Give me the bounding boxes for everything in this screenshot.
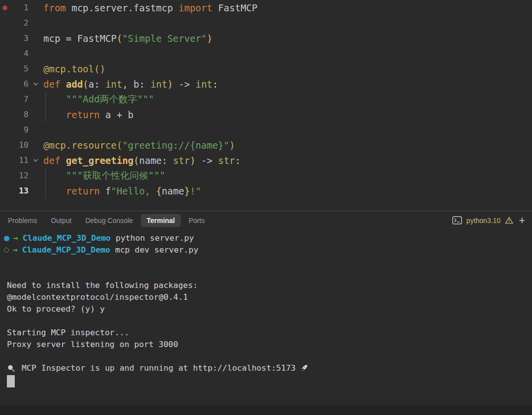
code-token: name — [162, 186, 184, 196]
bottom-panel: ProblemsOutputDebug ConsoleTerminalPorts… — [0, 211, 532, 415]
code-token: ) — [167, 79, 173, 90]
breakpoint-dot[interactable] — [2, 5, 7, 10]
code-token: mcp.server.fastmcp — [71, 2, 178, 13]
code-token: !" — [190, 186, 201, 196]
fold-chevron-icon[interactable] — [29, 82, 42, 86]
code-token: FastMCP — [218, 2, 258, 13]
terminal-output-row: Starting MCP inspector... — [0, 327, 532, 339]
code-token: -> — [196, 155, 218, 166]
code-text: from mcp.server.fastmcp import FastMCP — [42, 2, 258, 13]
code-token: name: — [139, 155, 173, 166]
code-token: @mcp.resource( — [43, 140, 122, 151]
terminal-output-row: @modelcontextprotocol/inspector@0.4.1 — [0, 291, 532, 303]
new-terminal-plus-icon[interactable]: + — [519, 217, 525, 224]
panel-tab-bar: ProblemsOutputDebug ConsoleTerminalPorts… — [0, 211, 532, 229]
code-token: mcp = FastMCP — [43, 33, 117, 44]
terminal-command-row: →Claude_MCP_3D_Demomcp dev server.py — [0, 244, 532, 256]
tab-debug-console[interactable]: Debug Console — [79, 214, 139, 227]
prompt-arrow: → — [13, 244, 18, 256]
tab-ports[interactable]: Ports — [183, 214, 211, 227]
line-number[interactable]: 5 — [11, 64, 29, 73]
interpreter-label[interactable]: python3.10 — [466, 217, 500, 224]
code-line[interactable]: 8 return a + b — [0, 107, 532, 122]
terminal-output: →Claude_MCP_3D_Demopython server.py→Clau… — [0, 229, 532, 415]
code-editor[interactable]: 1from mcp.server.fastmcp import FastMCP2… — [0, 0, 532, 211]
terminal-blank-row — [0, 351, 532, 362]
line-number[interactable]: 11 — [11, 156, 29, 165]
code-line[interactable]: 2 — [0, 15, 532, 31]
code-token: ( — [133, 155, 139, 166]
code-token: from — [43, 2, 71, 13]
line-number[interactable]: 9 — [11, 125, 29, 134]
code-token — [43, 186, 66, 196]
line-number[interactable]: 2 — [11, 18, 29, 28]
code-line[interactable]: 1from mcp.server.fastmcp import FastMCP — [0, 0, 532, 15]
line-number[interactable]: 8 — [11, 110, 29, 119]
line-number[interactable]: 4 — [11, 49, 29, 58]
panel-tabs: ProblemsOutputDebug ConsoleTerminalPorts — [2, 214, 213, 227]
fold-chevron-icon[interactable] — [29, 159, 42, 162]
line-number[interactable]: 12 — [11, 171, 29, 180]
terminal-output-row: Need to install the following packages: — [0, 280, 532, 291]
code-text: def add(a: int, b: int) -> int: — [42, 79, 218, 90]
code-token: ( — [117, 33, 122, 44]
line-number[interactable]: 7 — [11, 95, 29, 104]
terminal-blank-row — [0, 268, 532, 280]
code-text: def get_greeting(name: str) -> str: — [42, 155, 240, 166]
terminal-status-row: MCP Inspector is up and running at http:… — [0, 362, 532, 374]
terminal-output-row: Ok to proceed? (y) y — [0, 303, 532, 315]
code-token: "Simple Server" — [122, 33, 207, 44]
breakpoint-gutter[interactable] — [0, 5, 11, 10]
running-indicator-dot — [4, 236, 9, 241]
code-text: mcp = FastMCP("Simple Server") — [42, 33, 212, 44]
terminal-cursor — [7, 375, 15, 387]
code-token: @mcp.tool() — [43, 64, 105, 74]
panel-tab-actions: python3.10 + — [452, 216, 525, 224]
code-line[interactable]: 12 """获取个性化问候""" — [0, 168, 532, 183]
line-number[interactable]: 1 — [11, 3, 29, 12]
code-token: , b: — [122, 79, 150, 90]
rocket-emoji — [299, 364, 308, 373]
line-number[interactable]: 6 — [11, 79, 29, 89]
code-token: """Add两个数字""" — [43, 94, 154, 104]
terminal-body: →Claude_MCP_3D_Demopython server.py→Clau… — [0, 232, 532, 387]
code-token: int — [196, 79, 212, 90]
code-token: ( — [83, 79, 88, 90]
code-token: str — [173, 155, 190, 166]
code-token: return — [66, 109, 105, 120]
finished-indicator-dot — [4, 248, 9, 253]
tab-output[interactable]: Output — [45, 214, 77, 227]
code-token: a: — [89, 79, 105, 90]
warning-icon[interactable] — [505, 217, 513, 224]
line-number[interactable]: 3 — [11, 33, 29, 43]
code-token: ) — [230, 140, 235, 151]
code-text: """获取个性化问候""" — [42, 169, 165, 182]
terminal-icon — [452, 216, 462, 224]
code-line[interactable]: 6def add(a: int, b: int) -> int: — [0, 76, 532, 92]
search-emoji — [7, 364, 15, 373]
code-token: def — [43, 155, 66, 166]
code-text: return a + b — [42, 109, 133, 120]
code-token: : — [212, 79, 218, 90]
code-line[interactable]: 11def get_greeting(name: str) -> str: — [0, 153, 532, 168]
tab-problems[interactable]: Problems — [2, 214, 43, 227]
code-token: def — [43, 79, 66, 90]
code-line[interactable]: 7 """Add两个数字""" — [0, 92, 532, 107]
code-line[interactable]: 3mcp = FastMCP("Simple Server") — [0, 31, 532, 46]
code-line[interactable]: 13 return f"Hello, {name}!" — [0, 183, 532, 198]
code-token: : — [235, 155, 240, 166]
code-line[interactable]: 10@mcp.resource("greeting://{name}") — [0, 137, 532, 153]
line-number[interactable]: 10 — [11, 140, 29, 150]
code-text: @mcp.tool() — [42, 64, 105, 74]
tab-terminal[interactable]: Terminal — [141, 214, 181, 227]
code-text: @mcp.resource("greeting://{name}") — [42, 140, 235, 151]
code-line[interactable]: 5@mcp.tool() — [0, 61, 532, 76]
code-token: return — [66, 186, 105, 196]
terminal-command-row: →Claude_MCP_3D_Demopython server.py — [0, 232, 532, 244]
cwd-label: Claude_MCP_3D_Demo — [23, 232, 111, 244]
line-number[interactable]: 13 — [11, 186, 29, 195]
code-line[interactable]: 4 — [0, 46, 532, 61]
command-text: python server.py — [116, 232, 194, 244]
code-line[interactable]: 9 — [0, 122, 532, 137]
code-token: str — [218, 155, 235, 166]
